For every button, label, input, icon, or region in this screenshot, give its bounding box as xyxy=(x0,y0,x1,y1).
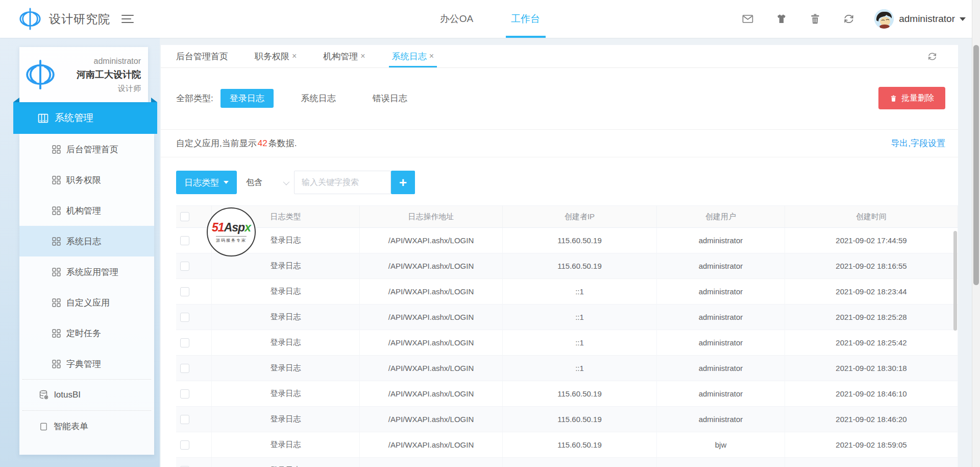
cell-日志操作地址: /API/WXAPI.ashx/LOGIN xyxy=(360,253,503,279)
row-checkbox[interactable] xyxy=(180,262,189,271)
sidebar-org: 河南工大设计院 xyxy=(56,68,141,82)
filter-登录日志[interactable]: 登录日志 xyxy=(220,89,274,108)
tab-refresh-icon[interactable] xyxy=(927,51,938,62)
top-nav-item-1[interactable]: 工作台 xyxy=(511,0,540,38)
trash-icon xyxy=(890,95,897,102)
log-type-field-button[interactable]: 日志类型 xyxy=(176,171,237,194)
collapse-menu-icon[interactable] xyxy=(121,12,134,26)
cell-创建用户: administrator xyxy=(657,279,785,305)
row-checkbox[interactable] xyxy=(180,415,189,424)
cell-创建者IP: 115.60.50.19 xyxy=(503,381,657,407)
sidebar-item-lotusBI[interactable]: lotusBI xyxy=(19,380,154,410)
sidebar-item-label: 系统应用管理 xyxy=(66,266,118,278)
database-icon xyxy=(39,390,49,400)
cell-日志操作地址: /API/WXAPI.ashx/LOGIN xyxy=(360,432,503,458)
cell-日志操作地址: /API/WXAPI.ashx/LOGIN xyxy=(360,356,503,381)
user-avatar[interactable] xyxy=(874,9,894,29)
row-checkbox[interactable] xyxy=(180,313,189,322)
table-scrollbar-thumb[interactable] xyxy=(953,231,957,331)
clothes-icon[interactable] xyxy=(775,13,788,25)
trash-icon[interactable] xyxy=(809,13,821,25)
sidebar-item-label: lotusBI xyxy=(54,390,81,400)
org-logo-icon xyxy=(24,59,56,90)
row-checkbox[interactable] xyxy=(180,287,189,296)
page-scrollbar[interactable] xyxy=(972,0,980,467)
grid-icon xyxy=(52,360,61,368)
sidebar-item-职务权限[interactable]: 职务权限 xyxy=(19,165,154,195)
cell-日志操作地址: /API/WXAPI.ashx/LOGIN xyxy=(360,407,503,432)
cell-日志类型: 登录日志 xyxy=(212,356,360,381)
page-scrollbar-thumb[interactable] xyxy=(973,45,979,285)
tab-机构管理[interactable]: 机构管理× xyxy=(323,45,365,67)
grid-icon xyxy=(52,298,61,307)
record-count-text: 自定义应用,当前显示42条数据. xyxy=(176,137,297,149)
cell-日志类型: 登录日志 xyxy=(212,458,360,467)
row-select-cell xyxy=(176,381,212,407)
row-checkbox[interactable] xyxy=(180,364,189,373)
row-select-cell xyxy=(176,330,212,356)
filter-错误日志[interactable]: 错误日志 xyxy=(363,89,416,108)
cell-创建时间: 2021-09-02 17:44:59 xyxy=(785,228,958,253)
refresh-icon[interactable] xyxy=(843,13,855,25)
tab-close-icon[interactable]: × xyxy=(429,52,434,61)
sidebar-item-智能表单[interactable]: 智能表单 xyxy=(19,411,154,441)
grid-icon xyxy=(52,206,61,215)
row-checkbox[interactable] xyxy=(180,440,189,450)
select-all-checkbox[interactable] xyxy=(180,212,189,221)
filter-label: 全部类型: xyxy=(176,92,213,104)
row-select-cell xyxy=(176,305,212,330)
export-field-settings-link[interactable]: 导出,字段设置 xyxy=(891,137,945,149)
user-menu-caret-icon[interactable] xyxy=(960,17,966,21)
sidebar-item-机构管理[interactable]: 机构管理 xyxy=(19,195,154,226)
tab-后台管理首页[interactable]: 后台管理首页 xyxy=(176,45,228,67)
top-nav-item-0[interactable]: 办公OA xyxy=(440,0,473,38)
row-checkbox[interactable] xyxy=(180,338,189,347)
cell-创建用户: bjw xyxy=(657,458,785,467)
sidebar-item-系统日志[interactable]: 系统日志 xyxy=(19,226,154,256)
sidebar-role: 设计师 xyxy=(56,82,141,94)
row-checkbox[interactable] xyxy=(180,236,189,245)
batch-delete-button[interactable]: 批量删除 xyxy=(878,87,945,109)
tab-label: 职务权限 xyxy=(255,51,289,62)
grid-icon xyxy=(52,176,61,184)
cell-创建者IP: ::1 xyxy=(503,305,657,330)
row-select-cell xyxy=(176,407,212,432)
sidebar-item-后台管理首页[interactable]: 后台管理首页 xyxy=(19,134,154,165)
tab-close-icon[interactable]: × xyxy=(360,52,365,61)
row-select-cell xyxy=(176,253,212,279)
cell-创建时间: 2021-09-02 18:30:18 xyxy=(785,356,958,381)
grid-icon xyxy=(52,329,61,338)
sidebar-group-label: 系统管理 xyxy=(55,111,93,125)
app-title: 设计研究院 xyxy=(49,11,110,27)
operator-select[interactable]: 包含 xyxy=(237,171,294,194)
chevron-down-icon xyxy=(224,181,229,184)
filter-系统日志[interactable]: 系统日志 xyxy=(292,89,345,108)
cell-创建时间: 2021-09-02 19:05:51 xyxy=(785,458,958,467)
sidebar-item-自定义应用[interactable]: 自定义应用 xyxy=(19,287,154,318)
sidebar-group-system-management[interactable]: 系统管理 xyxy=(13,102,157,134)
add-condition-button[interactable]: + xyxy=(391,171,415,194)
sidebar-item-系统应用管理[interactable]: 系统应用管理 xyxy=(19,256,154,287)
keyword-search-input[interactable] xyxy=(294,171,391,194)
column-header-创建者IP: 创建者IP xyxy=(503,205,657,228)
sidebar-item-label: 定时任务 xyxy=(66,328,101,339)
sidebar-item-定时任务[interactable]: 定时任务 xyxy=(19,318,154,348)
log-table: 日志类型日志操作地址创建者IP创建用户创建时间 登录日志/API/WXAPI.a… xyxy=(176,205,958,467)
cell-日志类型: 登录日志 xyxy=(212,407,360,432)
column-header-日志操作地址: 日志操作地址 xyxy=(360,205,503,228)
sidebar-item-字典管理[interactable]: 字典管理 xyxy=(19,348,154,379)
cell-日志操作地址: /API/WXAPI.ashx/LOGIN xyxy=(360,305,503,330)
row-checkbox[interactable] xyxy=(180,389,189,399)
header-username[interactable]: administrator xyxy=(899,13,955,25)
tab-系统日志[interactable]: 系统日志× xyxy=(392,45,434,67)
tab-close-icon[interactable]: × xyxy=(292,52,297,61)
cell-日志操作地址: /API/WXAPI.ashx/LOGIN xyxy=(360,279,503,305)
mail-icon[interactable] xyxy=(742,13,754,25)
cell-创建用户: bjw xyxy=(657,432,785,458)
tab-职务权限[interactable]: 职务权限× xyxy=(255,45,297,67)
form-icon xyxy=(39,422,48,431)
row-select-cell xyxy=(176,279,212,305)
cell-创建时间: 2021-09-02 18:59:05 xyxy=(785,432,958,458)
sidebar-username: administrator xyxy=(56,55,141,68)
cell-创建者IP: 115.60.50.19 xyxy=(503,228,657,253)
